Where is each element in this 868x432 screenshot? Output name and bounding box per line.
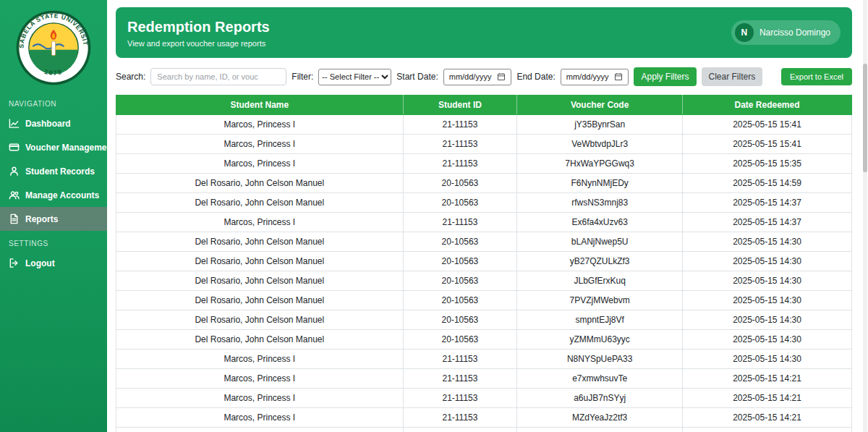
table-cell: 2025-05-15 14:21 [683,369,852,389]
search-label: Search: [116,72,145,82]
table-cell: 20-10563 [403,271,517,291]
table-cell: 2025-05-15 14:21 [683,428,852,432]
table-row: Marcos, Princess I21-11153H83SGeZLqar320… [116,428,852,432]
table-row: Marcos, Princess I21-111537HxWaYPGGwq320… [116,154,852,174]
nav-section-label: NAVIGATION [0,91,107,111]
credit-card-icon [9,142,20,153]
table-cell: 21-11153 [403,213,517,232]
table-cell: Del Rosario, John Celson Manuel [116,174,404,193]
table-cell: smpntEJj8Vf [517,310,683,330]
sidebar-item-logout[interactable]: Logout [0,251,107,275]
table-row: Marcos, Princess I21-11153VeWbtvdpJLr320… [116,135,852,154]
column-header-student-name: Student Name [116,96,404,115]
end-date-input[interactable]: mm/dd/yyyy [561,69,629,85]
table-cell: yB27QZULkZf3 [517,252,683,271]
table-cell: a6uJB7nSYyj [517,389,683,408]
table-cell: 21-11153 [403,389,517,408]
page-title: Redemption Reports [127,18,270,35]
user-name: Narcisso Domingo [760,27,830,38]
table-cell: Marcos, Princess I [116,135,404,154]
table-cell: 20-10563 [403,291,517,310]
sidebar-item-student-records[interactable]: Student Records [0,159,107,183]
file-icon [9,213,20,224]
filter-bar: Search: Filter: -- Select Filter -- Star… [116,67,852,86]
table-cell: 2025-05-15 14:30 [683,232,852,252]
table-cell: 20-10563 [403,310,517,330]
table-cell: 2025-05-15 14:30 [683,330,852,350]
table-cell: 2025-05-15 14:30 [683,252,852,271]
user-profile-chip[interactable]: N Narcisso Domingo [731,20,841,45]
start-date-input[interactable]: mm/dd/yyyy [443,69,512,85]
table-cell: 2025-05-15 14:37 [683,213,852,232]
redemption-table: Student Name Student ID Voucher Code Dat… [116,95,852,432]
sidebar-item-label: Student Records [25,166,95,177]
column-header-student-id: Student ID [403,96,517,115]
vertical-scrollbar-thumb[interactable] [863,64,867,172]
table-cell: 7PVZjMWebvm [517,291,683,310]
table-cell: F6NynNMjEDy [517,174,683,193]
table-cell: 2025-05-15 14:30 [683,350,852,369]
table-cell: Marcos, Princess I [116,389,404,408]
table-cell: 2025-05-15 14:30 [683,271,852,291]
sidebar: ISABELA STATE UNIVERSITY 1978 NAVIGATION… [0,0,107,432]
table-cell: JLbGfErxKuq [517,271,683,291]
table-cell: 21-11153 [403,369,517,389]
table-cell: 20-10563 [403,193,517,213]
table-cell: 2025-05-15 15:41 [683,135,852,154]
sidebar-item-label: Logout [25,258,55,268]
sidebar-item-manage-accounts[interactable]: Manage Accounts [0,183,107,207]
table-cell: Marcos, Princess I [116,154,404,174]
table-cell: 20-10563 [403,174,517,193]
filter-select[interactable]: -- Select Filter -- [318,69,391,85]
clear-filters-button[interactable]: Clear Filters [702,67,763,86]
page-subtitle: View and export voucher usage reports [127,39,270,48]
table-cell: 21-11153 [403,154,517,174]
table-cell: 20-10563 [403,252,517,271]
table-cell: jY35BynrSan [517,115,683,135]
table-cell: 21-11153 [403,115,517,135]
calendar-icon [497,72,506,81]
student-icon [9,166,20,177]
banner-text: Redemption Reports View and export vouch… [127,18,270,48]
table-cell: 2025-05-15 15:41 [683,115,852,135]
table-cell: e7xmwhsuvTe [517,369,683,389]
table-cell: 20-10563 [403,232,517,252]
table-cell: 2025-05-15 14:30 [683,291,852,310]
logout-icon [9,258,20,268]
table-row: Del Rosario, John Celson Manuel20-105637… [116,291,852,310]
university-logo: ISABELA STATE UNIVERSITY 1978 [0,0,107,91]
table-cell: N8NYSpUePA33 [517,350,683,369]
sidebar-item-voucher-management[interactable]: Voucher Management [0,135,107,159]
table-cell: Del Rosario, John Celson Manuel [116,232,404,252]
sidebar-item-label: Voucher Management [25,143,115,153]
table-row: Marcos, Princess I21-11153MZdYeaJz2tf320… [116,408,852,428]
table-cell: 21-11153 [403,408,517,428]
table-row: Del Rosario, John Celson Manuel20-10563b… [116,232,852,252]
sidebar-item-reports[interactable]: Reports [0,207,107,231]
table-cell: Marcos, Princess I [116,115,404,135]
apply-filters-button[interactable]: Apply Filters [634,67,696,86]
table-body: Marcos, Princess I21-11153jY35BynrSan202… [116,115,852,432]
table-cell: Marcos, Princess I [116,428,404,432]
table-cell: H83SGeZLqar3 [517,428,683,432]
filter-label: Filter: [292,72,313,82]
table-cell: Del Rosario, John Celson Manuel [116,252,404,271]
table-cell: 21-11153 [403,135,517,154]
export-to-excel-button[interactable]: Export to Excel [781,68,852,85]
table-cell: Marcos, Princess I [116,408,404,428]
table-cell: Del Rosario, John Celson Manuel [116,271,404,291]
table-header-row: Student Name Student ID Voucher Code Dat… [116,96,852,115]
table-cell: 2025-05-15 14:21 [683,408,852,428]
table-cell: 21-11153 [403,428,517,432]
table-cell: rfwsNS3mnj83 [517,193,683,213]
table-cell: 2025-05-15 14:21 [683,389,852,408]
settings-section-label: SETTINGS [0,231,107,251]
vertical-scrollbar-track[interactable] [863,0,867,432]
table-cell: Marcos, Princess I [116,369,404,389]
calendar-icon [614,72,623,81]
search-input[interactable] [150,68,286,85]
table-row: Marcos, Princess I21-11153N8NYSpUePA3320… [116,350,852,369]
table-row: Del Rosario, John Celson Manuel20-10563y… [116,252,852,271]
sidebar-item-dashboard[interactable]: Dashboard [0,111,107,135]
end-date-label: End Date: [516,72,555,82]
